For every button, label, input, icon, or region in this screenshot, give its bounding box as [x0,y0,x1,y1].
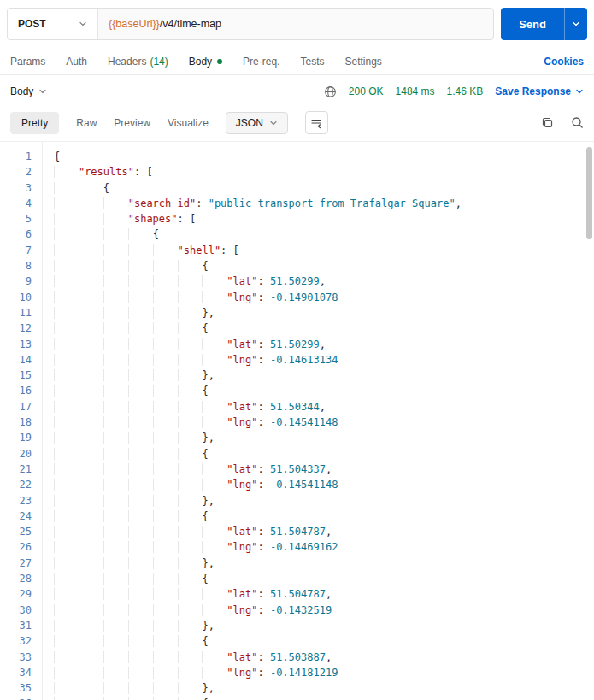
tab-body[interactable]: Body [189,56,222,68]
search-icon [571,116,584,129]
method-dropdown[interactable]: POST [8,9,98,39]
response-view-toolbar: Pretty Raw Preview Visualize JSON [0,108,594,141]
send-split-button: Send [501,8,587,40]
format-dropdown-label: JSON [236,117,263,129]
body-present-dot [217,59,222,64]
tab-settings[interactable]: Settings [344,56,381,68]
view-tab-raw[interactable]: Raw [76,117,97,129]
url-bar: POST {{baseUrl}}/v4/time-map [7,8,494,40]
url-path: /v4/time-map [160,18,221,30]
tab-auth[interactable]: Auth [66,56,87,68]
request-tabs: Params Auth Headers (14) Body Pre-req. T… [0,48,594,75]
tab-prerequest[interactable]: Pre-req. [243,56,279,68]
chevron-down-icon [38,87,47,96]
response-body-dropdown[interactable]: Body [10,85,47,97]
response-body-dropdown-label: Body [10,85,33,97]
copy-button[interactable] [541,116,554,129]
response-meta-right: 200 OK 1484 ms 1.46 KB Save Response [324,85,584,98]
chevron-down-icon [572,20,580,28]
tab-auth-label: Auth [66,56,87,68]
cookies-link[interactable]: Cookies [544,56,584,68]
url-variable: {{baseUrl}} [109,18,160,30]
send-button[interactable]: Send [501,8,564,40]
wrap-lines-icon [310,117,322,129]
tab-headers[interactable]: Headers (14) [108,56,168,68]
search-button[interactable] [571,116,584,129]
response-meta-row: Body 200 OK 1484 ms 1.46 KB Save Respons… [0,75,594,108]
tab-body-label: Body [189,56,212,68]
tab-settings-label: Settings [344,56,381,68]
status-badge: 200 OK [349,85,384,97]
save-response-label: Save Response [495,85,571,97]
copy-icon [541,116,554,129]
view-tab-visualize[interactable]: Visualize [168,117,209,129]
view-tab-preview[interactable]: Preview [114,117,150,129]
chevron-down-icon [575,87,584,96]
tab-params[interactable]: Params [10,56,45,68]
method-label: POST [18,18,46,30]
code-lines: { "results": [ { "search_id": "public tr… [43,142,594,700]
response-size: 1.46 KB [447,85,484,97]
line-numbers: 1234567891011121314151617181920212223242… [0,142,43,700]
scrollbar-thumb[interactable] [586,147,592,239]
response-time: 1484 ms [396,85,435,97]
chevron-down-icon [269,119,278,127]
tab-tests[interactable]: Tests [300,56,324,68]
chevron-down-icon [79,20,87,28]
request-bar: POST {{baseUrl}}/v4/time-map Send [0,0,594,48]
response-body-viewer[interactable]: 1234567891011121314151617181920212223242… [0,141,594,700]
format-dropdown[interactable]: JSON [226,112,288,134]
tab-prerequest-label: Pre-req. [243,56,279,68]
view-tab-pretty[interactable]: Pretty [10,112,59,134]
tab-tests-label: Tests [300,56,324,68]
tab-headers-label: Headers [108,56,146,68]
send-options-button[interactable] [564,8,587,40]
toolbar-right-icons [541,116,584,129]
network-globe-icon [324,85,337,98]
tab-params-label: Params [10,56,45,68]
scrollbar[interactable] [585,142,594,700]
url-input[interactable]: {{baseUrl}}/v4/time-map [98,9,493,39]
wrap-lines-button[interactable] [305,111,328,134]
headers-count-badge: (14) [150,56,168,68]
save-response-button[interactable]: Save Response [495,85,584,97]
